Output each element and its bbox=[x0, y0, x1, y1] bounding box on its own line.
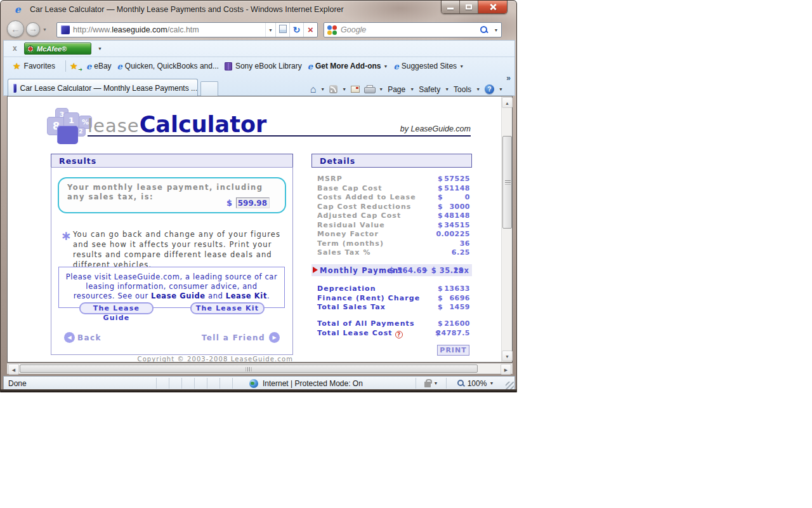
title-bar[interactable]: e Car Lease Calculator — Monthly Lease P… bbox=[1, 1, 516, 20]
horizontal-scrollbar[interactable]: ◀ ▶ bbox=[7, 363, 513, 374]
tools-menu[interactable]: Tools bbox=[454, 85, 471, 94]
vertical-scroll-thumb[interactable] bbox=[502, 136, 512, 229]
vertical-scrollbar[interactable]: ▲ ▼ bbox=[501, 97, 512, 362]
detail-row: MSRP$57525 bbox=[311, 175, 472, 184]
scroll-up-arrow[interactable]: ▲ bbox=[502, 97, 513, 108]
print-dropdown[interactable]: ▼ bbox=[379, 87, 383, 91]
detail-row: Residual Value$34515 bbox=[311, 221, 472, 231]
currency-symbol: $ bbox=[438, 284, 443, 293]
compatibility-view-button[interactable] bbox=[275, 23, 289, 37]
ie-page-icon: e bbox=[86, 62, 91, 71]
close-button[interactable] bbox=[478, 1, 507, 13]
results-header: Results bbox=[51, 154, 293, 168]
help-button[interactable]: ? bbox=[485, 84, 494, 94]
favorites-item-sony-ebook[interactable]: Sony eBook Library bbox=[225, 62, 302, 70]
help-dropdown[interactable]: ▼ bbox=[499, 87, 503, 91]
detail-label: Base Cap Cost bbox=[317, 184, 383, 192]
lease-guide-link[interactable]: Lease Guide bbox=[151, 291, 206, 300]
calc-key-front-icon bbox=[57, 126, 78, 144]
favorites-item-label: eBay bbox=[94, 62, 111, 70]
chevron-down-icon: ▼ bbox=[384, 64, 388, 69]
detail-value: 36 bbox=[460, 239, 470, 248]
add-to-favorites-bar-icon[interactable]: ★ bbox=[70, 61, 81, 71]
toolbar-overflow-chevron[interactable]: » bbox=[506, 74, 511, 83]
print-results-button[interactable]: PRINT bbox=[437, 345, 469, 356]
detail-value: 24787.5 bbox=[436, 329, 470, 337]
security-zone-indicator[interactable]: Internet | Protected Mode: On bbox=[232, 378, 416, 389]
print-button[interactable] bbox=[364, 85, 374, 93]
tools-menu-dropdown[interactable]: ▼ bbox=[476, 87, 480, 91]
zoom-control[interactable]: 100% ▼ bbox=[446, 378, 504, 389]
lease-kit-link[interactable]: Lease Kit bbox=[226, 291, 267, 300]
horizontal-scroll-thumb[interactable] bbox=[20, 364, 478, 373]
forward-circle-arrow-icon: ▶ bbox=[269, 332, 280, 343]
detail-label: Total Lease Cost? bbox=[317, 329, 403, 338]
privacy-dropdown[interactable]: ▼ bbox=[434, 381, 438, 385]
currency-symbol: $ bbox=[438, 203, 443, 211]
detail-label: Costs Added to Lease bbox=[317, 193, 416, 201]
the-lease-guide-button[interactable]: The Lease Guide bbox=[79, 302, 154, 314]
detail-label: Finance (Rent) Charge bbox=[317, 294, 420, 302]
detail-label: Total of All Payments bbox=[317, 319, 415, 328]
read-mail-button[interactable] bbox=[351, 86, 360, 93]
the-lease-kit-button[interactable]: The Lease Kit bbox=[190, 302, 265, 314]
payment-result-box: Your monthly lease payment, including an… bbox=[58, 177, 286, 213]
detail-row: Adjusted Cap Cost$48148 bbox=[311, 211, 472, 221]
privacy-button[interactable]: ▼ bbox=[416, 378, 446, 389]
favorites-item-get-more-addons[interactable]: eGet More Add-ons▼ bbox=[308, 62, 388, 71]
chevron-down-icon: ▼ bbox=[459, 64, 464, 69]
url-prefix: http://www. bbox=[73, 25, 112, 34]
search-box[interactable]: Google ▼ bbox=[324, 22, 502, 37]
stop-button[interactable]: × bbox=[303, 23, 317, 37]
back-button[interactable]: ← bbox=[7, 20, 24, 37]
internet-globe-icon bbox=[249, 379, 258, 388]
page-menu[interactable]: Page bbox=[388, 85, 405, 94]
rss-dropdown[interactable]: ▼ bbox=[342, 87, 346, 91]
search-options-dropdown[interactable]: ▼ bbox=[491, 28, 501, 32]
scroll-left-arrow[interactable]: ◀ bbox=[8, 364, 19, 375]
mcafee-button[interactable]: McAfee® bbox=[24, 43, 91, 55]
new-tab-button[interactable] bbox=[200, 81, 218, 97]
url-text[interactable]: http://www.leaseguide.com/calc.htm bbox=[73, 25, 265, 34]
detail-row: Term (months)36 bbox=[311, 239, 472, 249]
payment-value-field[interactable]: 599.98 bbox=[236, 197, 270, 208]
favorites-item-quicken[interactable]: eQuicken, QuickBooks and... bbox=[117, 62, 219, 71]
mcafee-dropdown[interactable]: ▼ bbox=[98, 46, 102, 51]
zoom-dropdown[interactable]: ▼ bbox=[489, 381, 494, 385]
page-viewport: 3 8 1 % 2 leaseCalculator by LeaseGuide.… bbox=[7, 96, 513, 363]
detail-row: Sales Tax %6.25 bbox=[311, 248, 472, 258]
home-button[interactable]: ⌂ bbox=[310, 85, 317, 94]
favorites-item-suggested-sites[interactable]: eSuggested Sites▼ bbox=[393, 62, 464, 71]
status-segment bbox=[156, 378, 169, 389]
scroll-down-arrow[interactable]: ▼ bbox=[502, 351, 513, 361]
favorites-item-label: Get More Add-ons bbox=[315, 62, 381, 70]
detail-row: Base Cap Cost$51148 bbox=[311, 184, 472, 194]
tab-car-lease-calculator[interactable]: Car Lease Calculator — Monthly Lease Pay… bbox=[8, 79, 198, 97]
maximize-button[interactable] bbox=[460, 1, 478, 13]
url-path: /calc.htm bbox=[167, 25, 199, 34]
safety-menu-dropdown[interactable]: ▼ bbox=[445, 87, 449, 91]
back-link[interactable]: ◀ Back bbox=[64, 332, 102, 343]
payment-amount: $ 599.98 bbox=[226, 197, 270, 208]
help-icon[interactable]: ? bbox=[395, 331, 403, 338]
status-segment bbox=[181, 378, 194, 389]
search-input[interactable]: Google bbox=[341, 25, 480, 34]
mcafee-close-button[interactable]: x bbox=[13, 44, 17, 53]
scroll-right-arrow[interactable]: ▶ bbox=[501, 364, 511, 375]
page-menu-dropdown[interactable]: ▼ bbox=[410, 87, 414, 91]
ie-logo-icon: e bbox=[15, 5, 25, 15]
favorites-item-ebay[interactable]: eeBay bbox=[86, 62, 112, 71]
refresh-button[interactable]: ↻ bbox=[289, 23, 303, 37]
address-bar[interactable]: http://www.leaseguide.com/calc.htm ▼ ↻ × bbox=[56, 22, 318, 37]
tell-a-friend-link[interactable]: Tell a Friend ▶ bbox=[202, 332, 280, 343]
search-icon[interactable] bbox=[480, 25, 488, 34]
home-dropdown[interactable]: ▼ bbox=[320, 87, 325, 91]
minimize-button[interactable] bbox=[442, 1, 460, 13]
recent-pages-dropdown[interactable]: ▼ bbox=[43, 27, 47, 32]
rss-feeds-button[interactable] bbox=[329, 85, 337, 93]
visit-text: . bbox=[267, 291, 270, 300]
address-dropdown[interactable]: ▼ bbox=[265, 23, 275, 37]
safety-menu[interactable]: Safety bbox=[419, 85, 440, 94]
forward-button[interactable]: → bbox=[26, 22, 40, 36]
favorites-button[interactable]: Favorites bbox=[24, 62, 55, 70]
